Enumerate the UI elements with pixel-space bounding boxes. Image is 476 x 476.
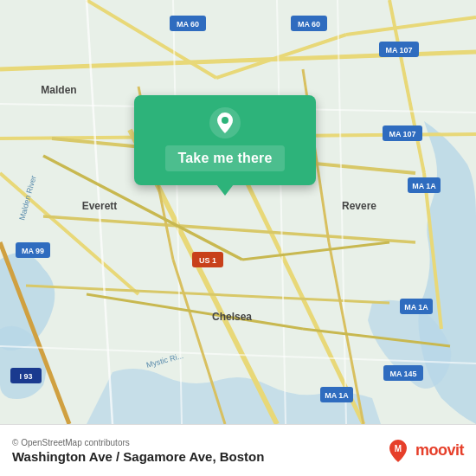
location-popup: Take me there [134, 95, 316, 185]
svg-text:M: M [395, 444, 402, 453]
location-pin-icon [209, 107, 241, 138]
svg-text:MA 1A: MA 1A [404, 303, 428, 312]
svg-text:Revere: Revere [342, 200, 376, 212]
map-container: MA 60 MA 60 MA 107 MA 107 MA 1A MA 1A MA… [0, 0, 476, 424]
location-info: © OpenStreetMap contributors Washington … [12, 438, 264, 464]
svg-text:MA 107: MA 107 [389, 130, 415, 138]
svg-point-58 [222, 117, 228, 124]
moovit-icon: M [386, 439, 410, 463]
svg-text:MA 145: MA 145 [389, 370, 416, 378]
moovit-logo: M moovit [386, 439, 464, 463]
take-me-there-button[interactable]: Take me there [165, 145, 284, 171]
svg-text:MA 99: MA 99 [22, 247, 44, 255]
svg-text:MA 107: MA 107 [385, 46, 412, 55]
svg-text:MA 60: MA 60 [298, 20, 320, 29]
location-text: Washington Ave / Sagamore Ave, Boston [12, 449, 264, 464]
svg-text:MA 1A: MA 1A [325, 391, 349, 400]
svg-text:MA 60: MA 60 [177, 20, 199, 29]
map-background: MA 60 MA 60 MA 107 MA 107 MA 1A MA 1A MA… [0, 0, 476, 424]
svg-text:Malden: Malden [41, 84, 76, 96]
copyright-text: © OpenStreetMap contributors [12, 438, 264, 447]
bottom-bar: © OpenStreetMap contributors Washington … [0, 424, 476, 476]
svg-text:US 1: US 1 [199, 256, 216, 265]
moovit-brand-text: moovit [415, 441, 464, 460]
svg-text:Chelsea: Chelsea [212, 311, 252, 323]
svg-text:MA 1A: MA 1A [412, 182, 436, 190]
svg-text:I 93: I 93 [19, 372, 32, 381]
svg-text:Everett: Everett [82, 200, 118, 212]
